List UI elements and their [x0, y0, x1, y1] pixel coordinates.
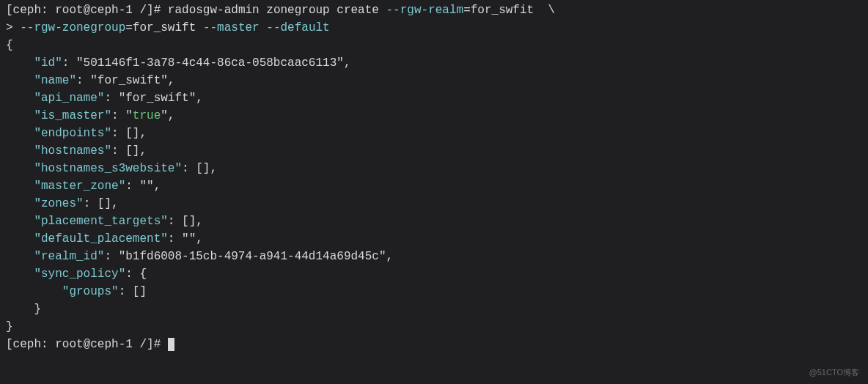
line-continuation-backslash: \	[534, 4, 555, 17]
continuation-prompt: >	[6, 21, 20, 34]
flag-master: --master	[203, 21, 260, 34]
prompt-hash: #	[154, 4, 168, 17]
flag-default: --default	[266, 21, 329, 34]
watermark-text: @51CTO博客	[809, 366, 859, 379]
json-master-zone: "master_zone": "",	[6, 177, 862, 195]
json-api-name: "api_name": "for_swift",	[6, 89, 862, 107]
json-realm-id: "realm_id": "b1fd6008-15cb-4974-a941-44d…	[6, 248, 862, 265]
json-close-brace: }	[6, 318, 862, 336]
json-groups: "groups": []	[6, 283, 862, 300]
prompt-close: ]	[147, 4, 154, 17]
json-hostnames-s3website: "hostnames_s3website": [],	[6, 160, 862, 177]
eq-sign: =	[463, 4, 471, 17]
json-name: "name": "for_swift",	[6, 72, 862, 89]
command-line-1[interactable]: [ceph: root@ceph-1 /]# radosgw-admin zon…	[6, 1, 862, 19]
json-id: "id": "501146f1-3a78-4c44-86ca-058bcaac6…	[6, 54, 862, 72]
json-sync-policy-close: }	[6, 300, 862, 318]
json-endpoints: "endpoints": [],	[6, 125, 862, 142]
prompt-idle[interactable]: [ceph: root@ceph-1 /]#	[6, 336, 862, 353]
flag-rgw-zonegroup-value: for_swift	[133, 21, 196, 34]
flag-rgw-zonegroup: --rgw-zonegroup	[20, 21, 125, 34]
flag-rgw-realm-value: for_swfit	[471, 4, 534, 17]
json-hostnames: "hostnames": [],	[6, 142, 862, 160]
flag-rgw-realm: --rgw-realm	[386, 4, 464, 17]
command-text: radosgw-admin zonegroup create	[168, 4, 386, 17]
space-2	[260, 21, 267, 34]
json-default-placement: "default_placement": "",	[6, 230, 862, 248]
prompt-path: /	[133, 4, 147, 17]
json-sync-policy: "sync_policy": {	[6, 265, 862, 283]
prompt-sep: :	[41, 4, 55, 17]
space	[196, 21, 203, 34]
prompt-env: ceph	[13, 4, 41, 17]
json-open-brace: {	[6, 37, 862, 54]
prompt-user-host: root@ceph-1	[55, 4, 133, 17]
command-line-2[interactable]: > --rgw-zonegroup=for_swift --master --d…	[6, 19, 862, 37]
json-zones: "zones": [],	[6, 195, 862, 213]
json-placement-targets: "placement_targets": [],	[6, 213, 862, 230]
eq-sign-2: =	[125, 21, 133, 34]
json-is-master: "is_master": "true",	[6, 107, 862, 125]
terminal-output: [ceph: root@ceph-1 /]# radosgw-admin zon…	[6, 1, 862, 353]
cursor-icon	[168, 338, 174, 351]
prompt-open: [	[6, 4, 13, 17]
